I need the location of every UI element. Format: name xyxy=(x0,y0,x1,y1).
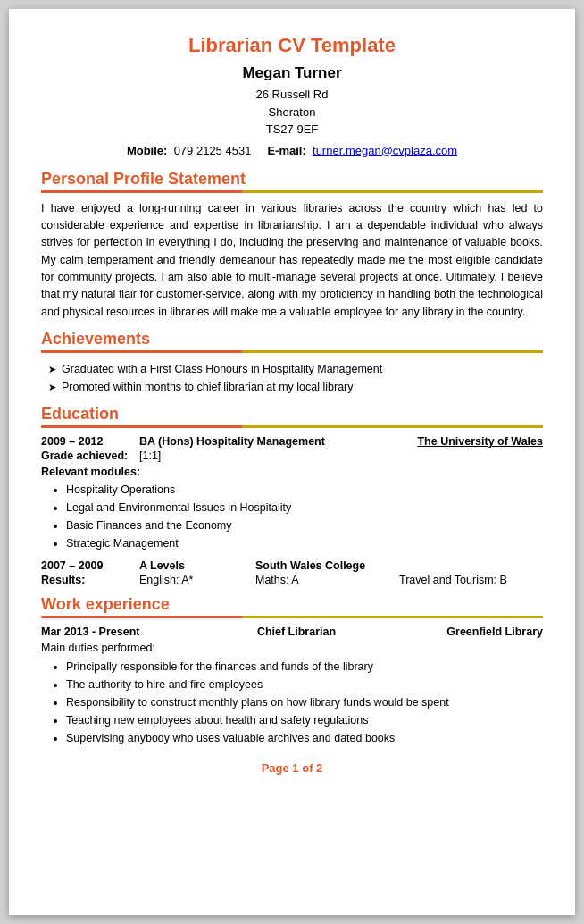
tourism-result: Travel and Tourism: B xyxy=(399,574,543,586)
a-level-years: 2007 – 2009 xyxy=(41,559,139,572)
maths-result: Maths: A xyxy=(255,574,399,586)
results-row: Results: English: A* Maths: A Travel and… xyxy=(41,574,543,586)
edu-entry-row: 2009 – 2012 BA (Hons) Hospitality Manage… xyxy=(41,435,543,448)
education-divider xyxy=(41,425,543,428)
a-level-qual: A Levels xyxy=(139,559,255,572)
edu-grade-row: Grade achieved: [1:1] xyxy=(41,449,543,462)
achievements-heading: Achievements xyxy=(41,330,543,349)
mobile-number: 079 2125 4531 xyxy=(174,144,252,157)
grade-value: [1:1] xyxy=(139,449,543,462)
duty-item: The authority to hire and fire employees xyxy=(66,676,543,693)
module-item: Basic Finances and the Economy xyxy=(66,517,543,534)
duties-intro: Main duties performed: xyxy=(41,642,543,654)
modules-list: Hospitality Operations Legal and Environ… xyxy=(41,481,543,552)
edu-degree: BA (Hons) Hospitality Management xyxy=(139,435,400,448)
duty-item: Principally responsible for the finances… xyxy=(66,658,543,676)
work-dates: Mar 2013 - Present xyxy=(41,626,193,638)
email-label: E-mail: xyxy=(267,144,305,157)
profile-text: I have enjoyed a long-running career in … xyxy=(41,200,543,322)
work-heading: Work experience xyxy=(41,595,543,614)
edu-years: 2009 – 2012 xyxy=(41,435,139,448)
edu-institution: The University of Wales xyxy=(400,435,543,448)
modules-label: Relevant modules: xyxy=(41,466,543,478)
duty-item: Supervising anybody who uses valuable ar… xyxy=(66,729,543,747)
work-divider xyxy=(41,616,543,618)
address: 26 Russell Rd Sheraton TS27 9EF xyxy=(41,86,543,139)
work-entry-row: Mar 2013 - Present Chief Librarian Green… xyxy=(41,626,543,638)
duty-item: Teaching new employees about health and … xyxy=(66,711,543,729)
candidate-name: Megan Turner xyxy=(41,64,543,82)
achievements-list: Graduated with a First Class Honours in … xyxy=(41,360,543,396)
module-item: Hospitality Operations xyxy=(66,481,543,499)
achievement-item: Promoted within months to chief libraria… xyxy=(48,378,543,396)
contact-line: Mobile: 079 2125 4531 E-mail: turner.meg… xyxy=(41,144,543,157)
education-heading: Education xyxy=(41,405,543,424)
cv-title: Librarian CV Template xyxy=(41,34,543,57)
work-title: Chief Librarian xyxy=(193,626,400,638)
module-item: Strategic Management xyxy=(66,534,543,552)
duties-list: Principally responsible for the finances… xyxy=(41,658,543,747)
achievement-item: Graduated with a First Class Honours in … xyxy=(48,360,543,378)
grade-label: Grade achieved: xyxy=(41,449,139,462)
email-link[interactable]: turner.megan@cvplaza.com xyxy=(313,144,457,157)
page-number: Page 1 of 2 xyxy=(41,761,543,775)
english-result: English: A* xyxy=(139,574,255,586)
duty-item: Responsibility to construct monthly plan… xyxy=(66,693,543,711)
profile-heading: Personal Profile Statement xyxy=(41,170,543,189)
results-label: Results: xyxy=(41,574,139,586)
module-item: Legal and Environmental Issues in Hospit… xyxy=(66,499,543,517)
achievements-divider xyxy=(41,350,543,353)
work-employer: Greenfield Library xyxy=(400,626,543,638)
profile-divider xyxy=(41,190,543,193)
cv-page: Librarian CV Template Megan Turner 26 Ru… xyxy=(9,9,575,915)
a-level-institution: South Wales College xyxy=(255,559,543,572)
a-levels-row: 2007 – 2009 A Levels South Wales College xyxy=(41,559,543,572)
mobile-label: Mobile: xyxy=(127,144,168,157)
